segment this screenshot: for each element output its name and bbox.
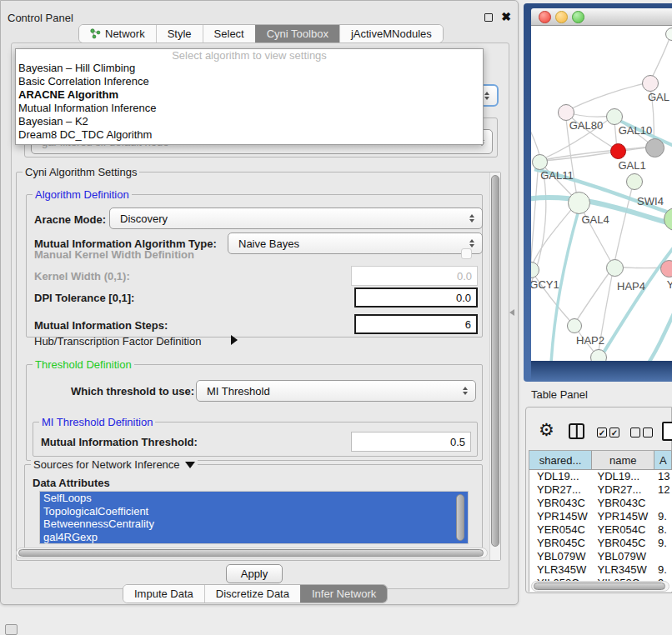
mi-steps-label: Mutual Information Steps: — [34, 319, 168, 332]
kernel-width-field[interactable]: 0.0 — [351, 266, 478, 286]
table-cell: YDR27... — [591, 483, 652, 497]
algorithm-option[interactable]: Dream8 DC_TDC Algorithm — [16, 128, 483, 142]
network-node[interactable] — [645, 138, 664, 158]
table-cell: YER054C — [529, 523, 591, 537]
unchecked-checkbox-icon[interactable] — [643, 428, 653, 438]
checked-checkbox-icon[interactable]: ✓ — [609, 428, 619, 438]
document-icon[interactable] — [662, 422, 672, 441]
settings-horizontal-scrollbar[interactable] — [16, 548, 488, 558]
table-row[interactable]: YBL079WYBL079W — [529, 550, 672, 563]
network-node-label: HAP4 — [617, 280, 645, 292]
node-table[interactable]: shared...nameA YDL19...YDL19...13YDR27..… — [529, 450, 672, 592]
network-node-gal11[interactable] — [532, 154, 548, 170]
zoom-traffic-light-icon[interactable] — [572, 11, 584, 23]
table-cell: YLR345W — [529, 563, 591, 577]
tab-style[interactable]: Style — [156, 25, 203, 42]
data-attribute-item[interactable]: SelfLoops — [40, 492, 468, 505]
table-cell — [651, 497, 672, 510]
network-node[interactable] — [590, 349, 607, 361]
kernel-width-label: Kernel Width (0,1): — [34, 270, 130, 282]
network-node-hap4[interactable] — [606, 259, 624, 277]
data-attribute-item[interactable]: gal4RGexp — [40, 531, 468, 544]
splitter-arrow-icon[interactable] — [509, 309, 514, 316]
algorithm-option[interactable]: ARACNE Algorithm — [16, 88, 483, 102]
tab-select[interactable]: Select — [203, 25, 255, 42]
settings-vertical-scrollbar-thumb[interactable] — [491, 175, 499, 547]
aracne-mode-value: Discovery — [120, 212, 465, 225]
table-row[interactable]: YLR345WYLR345W9. — [529, 563, 672, 577]
algorithm-option[interactable]: Mutual Information Inference — [16, 102, 483, 115]
algorithm-option[interactable]: Bayesian – Hill Climbing — [16, 62, 483, 75]
data-attribute-item[interactable]: TopologicalCoefficient — [40, 505, 468, 518]
table-column-header[interactable]: shared... — [529, 451, 592, 469]
table-row[interactable]: YBR043CYBR043C — [529, 497, 672, 510]
network-node-label: GAL1 — [618, 159, 645, 172]
tab-jactivemnodules[interactable]: jActiveMNodules — [339, 25, 443, 42]
table-row[interactable]: YPR145WYPR145W9. — [529, 510, 672, 523]
tab-infer-network[interactable]: Infer Network — [300, 585, 387, 602]
tab-impute-data[interactable]: Impute Data — [123, 585, 204, 602]
table-row[interactable]: YER054CYER054C8. — [529, 523, 672, 537]
sources-title-label: Sources for Network Inference — [33, 458, 180, 471]
kernel-width-value: 0.0 — [457, 270, 472, 282]
network-node-y[interactable] — [660, 260, 672, 278]
settings-vertical-scrollbar[interactable] — [489, 172, 500, 560]
table-row[interactable]: YDR27...YDR27...12 — [529, 483, 672, 497]
network-window-titlebar[interactable] — [531, 8, 672, 26]
network-node-gal[interactable] — [642, 75, 659, 92]
algorithm-dropdown-placeholder: Select algorithm to view settings — [16, 49, 483, 62]
network-node-hap2[interactable] — [567, 318, 582, 333]
dpi-tolerance-label: DPI Tolerance [0,1]: — [34, 292, 134, 304]
sources-collapse-arrow-icon[interactable] — [185, 462, 195, 468]
table-cell: 9. — [651, 510, 672, 523]
split-columns-icon[interactable] — [569, 423, 584, 439]
network-node-swi4[interactable] — [626, 173, 643, 190]
tab-network[interactable]: Network — [79, 25, 156, 42]
dpi-tolerance-field[interactable]: 0.0 — [354, 288, 478, 308]
mi-type-combobox[interactable]: Naive Bayes — [228, 232, 483, 254]
tab-cyni-toolbox[interactable]: Cyni Toolbox — [255, 25, 339, 42]
close-traffic-light-icon[interactable] — [539, 11, 551, 23]
table-cell: YLR345W — [591, 563, 652, 577]
table-header-row: shared...nameA — [529, 451, 672, 470]
table-row[interactable]: YBR045CYBR045C9. — [529, 537, 672, 550]
unchecked-checkbox-icon[interactable] — [630, 428, 640, 438]
network-node-gal4[interactable] — [568, 192, 590, 214]
attributes-vertical-scrollbar-thumb[interactable] — [456, 494, 464, 541]
hub-expand-arrow-icon[interactable] — [231, 335, 238, 345]
data-attribute-item[interactable]: BetweennessCentrality — [40, 518, 468, 531]
settings-horizontal-scrollbar-thumb[interactable] — [18, 549, 484, 557]
table-cell: 13 — [651, 470, 672, 483]
table-column-header[interactable]: name — [592, 451, 654, 469]
collapsed-panel-icon[interactable] — [5, 624, 18, 635]
apply-button[interactable]: Apply — [226, 564, 283, 583]
aracne-mode-combobox[interactable]: Discovery — [109, 208, 483, 229]
algorithm-option[interactable]: Basic Correlation Inference — [16, 75, 483, 88]
mi-steps-field[interactable]: 6 — [354, 314, 478, 334]
checked-checkbox-icon[interactable]: ✓ — [597, 428, 607, 438]
table-row[interactable]: YDL19...YDL19...13 — [529, 470, 672, 483]
close-icon[interactable]: ✖ — [501, 10, 511, 23]
tab-discretize-data[interactable]: Discretize Data — [204, 585, 300, 602]
network-canvas[interactable]: GALGAL80GAL10GAL1GAL11SWI4GAL4GCY1HAP4YH… — [531, 26, 672, 361]
manual-kernel-checkbox[interactable] — [461, 248, 472, 259]
float-window-icon[interactable] — [484, 13, 493, 22]
table-horizontal-scrollbar-thumb[interactable] — [534, 582, 665, 590]
network-node-gal1[interactable] — [610, 143, 626, 159]
control-panel-title: Control Panel — [8, 12, 73, 24]
network-node-gal80[interactable] — [558, 104, 574, 121]
network-node-label: GCY1 — [531, 278, 559, 291]
data-attributes-list[interactable]: SelfLoopsTopologicalCoefficientBetweenne… — [39, 491, 469, 544]
data-attributes-label: Data Attributes — [33, 477, 110, 489]
table-cell: YPR145W — [529, 510, 591, 523]
network-node-gal10[interactable] — [606, 108, 623, 125]
algorithm-option[interactable]: Bayesian – K2 — [16, 115, 483, 128]
settings-gear-icon[interactable]: ⚙ — [539, 422, 554, 438]
table-horizontal-scrollbar[interactable] — [531, 581, 669, 592]
which-threshold-combobox[interactable]: MI Threshold — [196, 380, 476, 402]
table-column-header[interactable]: A — [654, 451, 672, 469]
minimize-traffic-light-icon[interactable] — [555, 11, 568, 23]
table-cell: YBR043C — [591, 497, 652, 510]
mi-threshold-field[interactable]: 0.5 — [351, 432, 471, 452]
tab-network-label: Network — [105, 25, 145, 43]
